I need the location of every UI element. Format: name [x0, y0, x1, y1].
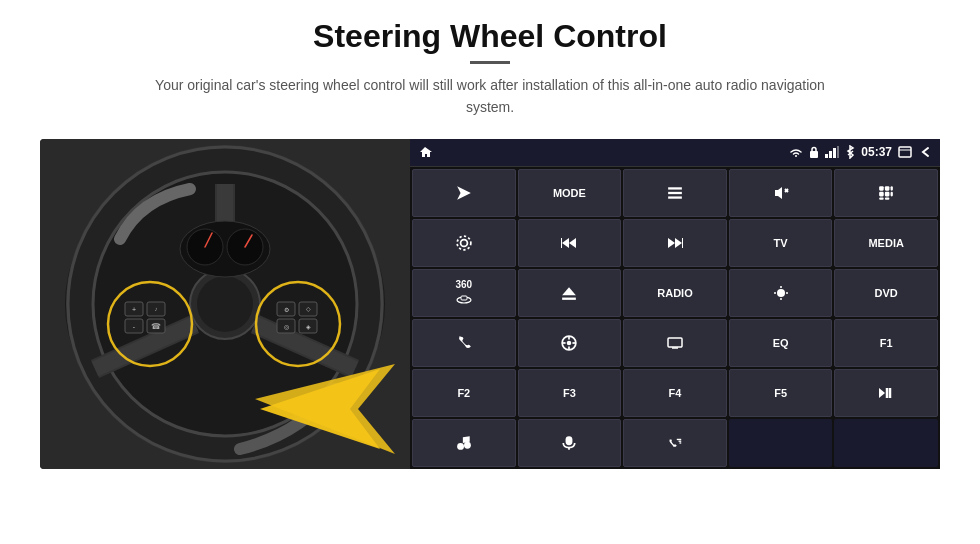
svg-text:◎: ◎: [284, 324, 289, 330]
svg-rect-43: [837, 146, 839, 158]
signal-status-icon: [825, 146, 839, 158]
btn-radio[interactable]: RADIO: [623, 269, 727, 317]
svg-rect-40: [825, 154, 828, 158]
svg-marker-64: [668, 238, 675, 248]
svg-rect-39: [810, 151, 818, 158]
btn-phone[interactable]: [412, 319, 516, 367]
svg-marker-65: [675, 238, 682, 248]
svg-rect-58: [885, 197, 890, 199]
btn-f5[interactable]: F5: [729, 369, 833, 417]
svg-point-77: [567, 340, 572, 345]
btn-dvd[interactable]: DVD: [834, 269, 938, 317]
svg-point-88: [464, 442, 471, 449]
control-panel: 05:37 MODE: [410, 139, 940, 469]
status-bar-left: [418, 145, 432, 159]
svg-point-59: [460, 239, 467, 246]
btn-mic[interactable]: [518, 419, 622, 467]
title-section: Steering Wheel Control Your original car…: [150, 18, 830, 119]
btn-f4[interactable]: F4: [623, 369, 727, 417]
btn-brightness[interactable]: [729, 269, 833, 317]
svg-rect-57: [879, 197, 884, 199]
svg-rect-82: [668, 338, 682, 347]
svg-text:☎: ☎: [151, 322, 161, 331]
subtitle: Your original car's steering wheel contr…: [150, 74, 830, 119]
page-title: Steering Wheel Control: [150, 18, 830, 55]
svg-rect-89: [566, 436, 573, 445]
btn-mute[interactable]: [729, 169, 833, 217]
svg-text:◇: ◇: [306, 306, 311, 312]
svg-rect-51: [879, 186, 884, 191]
status-bar: 05:37: [410, 139, 940, 167]
btn-settings[interactable]: [412, 219, 516, 267]
btn-f3[interactable]: F3: [518, 369, 622, 417]
btn-rewind[interactable]: [518, 219, 622, 267]
home-icon: [418, 145, 432, 159]
svg-text:♪: ♪: [155, 306, 158, 312]
content-area: + - ♪ ☎ ⚙ ◎ ◇ ◈: [40, 139, 940, 469]
btn-mode[interactable]: MODE: [518, 169, 622, 217]
btn-f1[interactable]: F1: [834, 319, 938, 367]
svg-rect-41: [829, 151, 832, 158]
button-grid: MODE: [410, 167, 940, 469]
btn-forward[interactable]: [623, 219, 727, 267]
back-status-icon: [918, 146, 932, 158]
status-time: 05:37: [861, 145, 892, 159]
btn-call[interactable]: [623, 419, 727, 467]
btn-f2[interactable]: F2: [412, 369, 516, 417]
svg-marker-61: [569, 238, 576, 248]
svg-marker-84: [879, 388, 885, 398]
btn-grid[interactable]: [834, 169, 938, 217]
svg-rect-42: [833, 148, 836, 158]
svg-marker-62: [562, 238, 569, 248]
svg-point-7: [197, 276, 253, 332]
svg-rect-52: [885, 186, 890, 191]
title-divider: [470, 61, 510, 64]
svg-rect-55: [885, 192, 890, 197]
btn-empty2: [834, 419, 938, 467]
bluetooth-status-icon: [845, 145, 855, 159]
svg-rect-54: [879, 192, 884, 197]
svg-rect-53: [891, 186, 893, 191]
btn-tv[interactable]: TV: [729, 219, 833, 267]
status-bar-right: 05:37: [789, 145, 932, 159]
btn-nav[interactable]: [518, 319, 622, 367]
svg-point-87: [457, 443, 464, 450]
page-container: Steering Wheel Control Your original car…: [0, 0, 980, 544]
btn-media[interactable]: MEDIA: [834, 219, 938, 267]
svg-rect-68: [461, 296, 467, 300]
svg-rect-56: [891, 192, 893, 197]
svg-marker-69: [563, 287, 577, 295]
svg-text:⚙: ⚙: [284, 307, 289, 313]
svg-rect-70: [563, 297, 577, 299]
btn-screen[interactable]: [623, 319, 727, 367]
wifi-status-icon: [789, 146, 803, 158]
btn-playpause[interactable]: [834, 369, 938, 417]
svg-point-60: [457, 236, 471, 250]
lock-status-icon: [809, 146, 819, 158]
btn-360[interactable]: 360: [412, 269, 516, 317]
svg-point-71: [777, 289, 785, 297]
svg-text:◈: ◈: [306, 324, 311, 330]
btn-send[interactable]: [412, 169, 516, 217]
btn-list[interactable]: [623, 169, 727, 217]
window-status-icon: [898, 146, 912, 158]
steering-wheel-image: + - ♪ ☎ ⚙ ◎ ◇ ◈: [40, 139, 410, 469]
svg-rect-44: [899, 147, 911, 157]
svg-text:+: +: [132, 306, 136, 313]
btn-empty1: [729, 419, 833, 467]
btn-music[interactable]: [412, 419, 516, 467]
btn-eq[interactable]: EQ: [729, 319, 833, 367]
btn-eject[interactable]: [518, 269, 622, 317]
